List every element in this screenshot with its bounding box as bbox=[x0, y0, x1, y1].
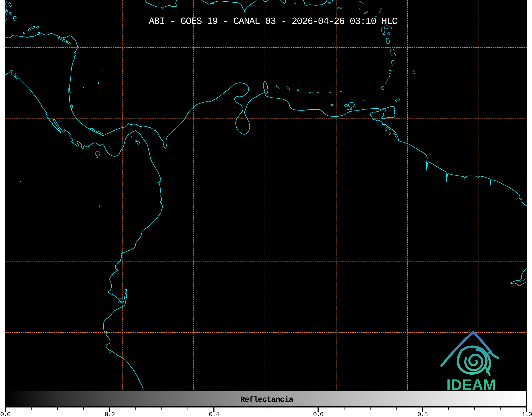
svg-text:0.6: 0.6 bbox=[313, 411, 323, 417]
svg-text:0.2: 0.2 bbox=[104, 411, 115, 417]
svg-text:1.0: 1.0 bbox=[522, 411, 532, 417]
svg-text:ABI - GOES 19 - CANAL 03 - 202: ABI - GOES 19 - CANAL 03 - 2026-04-26 03… bbox=[149, 16, 397, 27]
svg-text:0.4: 0.4 bbox=[209, 411, 219, 417]
svg-text:Reflectancia: Reflectancia bbox=[240, 395, 294, 404]
svg-text:IDEAM: IDEAM bbox=[447, 376, 496, 393]
svg-text:0.0: 0.0 bbox=[0, 411, 10, 417]
svg-text:0.8: 0.8 bbox=[417, 411, 428, 417]
